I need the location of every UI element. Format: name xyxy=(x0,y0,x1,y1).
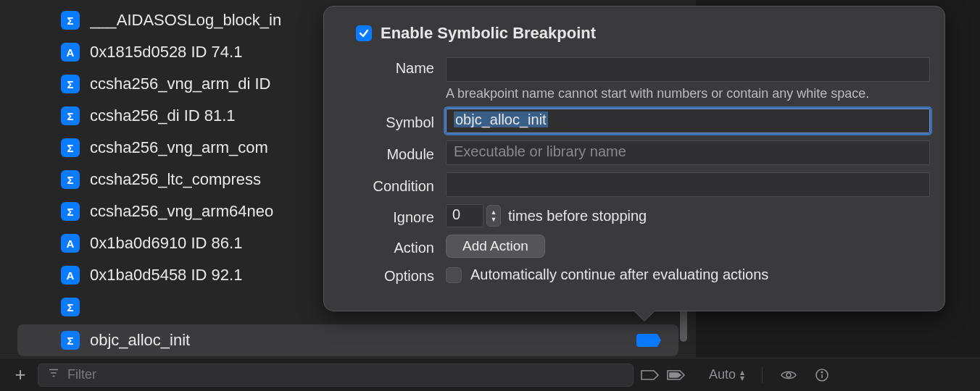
sigma-icon: Σ xyxy=(61,75,80,93)
stepper-arrows[interactable]: ▲▼ xyxy=(486,205,501,227)
breakpoint-label: ___AIDASOSLog_block_in xyxy=(90,11,281,30)
ignore-label: Ignore xyxy=(339,206,446,226)
sigma-icon: Σ xyxy=(61,138,80,157)
options-label: Options xyxy=(339,265,446,285)
sigma-icon: Σ xyxy=(61,170,80,189)
svg-point-3 xyxy=(786,373,791,377)
breakpoint-editor-popover: Enable Symbolic Breakpoint Name A breakp… xyxy=(323,6,945,311)
ignore-suffix: times before stopping xyxy=(508,208,647,224)
breakpoint-label: ccsha256_ltc_compress xyxy=(90,170,261,189)
sigma-icon: Σ xyxy=(61,331,80,350)
variables-view-mode-select[interactable]: Auto ▴▾ xyxy=(709,367,744,382)
address-icon: A xyxy=(61,43,80,62)
breakpoint-label: ccsha256_vng_arm64neo xyxy=(90,202,273,221)
symbol-label: Symbol xyxy=(339,112,446,131)
breakpoint-label: objc_alloc_init xyxy=(90,331,190,350)
filter-right-icons xyxy=(641,369,686,381)
quicklook-icon[interactable] xyxy=(780,369,797,381)
svg-point-6 xyxy=(821,371,823,373)
add-breakpoint-button[interactable]: + xyxy=(10,365,30,385)
auto-continue-checkbox[interactable] xyxy=(446,267,462,283)
condition-field[interactable] xyxy=(446,172,930,197)
sigma-icon: Σ xyxy=(61,298,80,316)
name-label: Name xyxy=(339,57,446,77)
breakpoint-label: 0x1ba0d6910 ID 86.1 xyxy=(90,234,242,253)
name-note: A breakpoint name cannot start with numb… xyxy=(446,86,930,101)
enable-breakpoint-label: Enable Symbolic Breakpoint xyxy=(381,24,596,43)
breakpoint-label: 0x1815d0528 ID 74.1 xyxy=(90,43,242,62)
address-icon: A xyxy=(61,266,80,285)
breakpoint-label: ccsha256_di ID 81.1 xyxy=(90,106,236,125)
ignore-count-field[interactable]: 0 xyxy=(446,204,483,227)
enable-breakpoint-checkbox[interactable] xyxy=(356,25,372,41)
enabled-breakpoints-badge-icon[interactable] xyxy=(667,369,686,381)
sigma-icon: Σ xyxy=(61,11,80,30)
module-label: Module xyxy=(339,143,446,163)
address-icon: A xyxy=(61,234,80,253)
module-field[interactable]: Executable or library name xyxy=(446,140,930,165)
condition-label: Condition xyxy=(339,175,446,195)
filter-bar: + xyxy=(0,358,696,391)
enabled-breakpoints-icon[interactable] xyxy=(641,369,660,381)
add-action-button[interactable]: Add Action xyxy=(446,235,545,258)
updown-icon: ▴▾ xyxy=(740,369,744,381)
variables-view-mode-label: Auto xyxy=(709,367,736,382)
sigma-icon: Σ xyxy=(61,106,80,125)
filter-input[interactable] xyxy=(67,367,624,382)
divider xyxy=(762,367,763,383)
auto-continue-label: Automatically continue after evaluating … xyxy=(470,266,768,283)
name-field[interactable] xyxy=(446,57,930,82)
filter-icon xyxy=(47,366,60,383)
breakpoint-label: 0x1ba0d5458 ID 92.1 xyxy=(90,266,242,285)
breakpoint-label: ccsha256_vng_arm_di ID xyxy=(90,75,270,93)
breakpoint-label: ccsha256_vng_arm_com xyxy=(90,138,268,157)
symbol-field[interactable]: objc_alloc_init xyxy=(446,109,930,133)
action-label: Action xyxy=(339,237,446,256)
sigma-icon: Σ xyxy=(61,202,80,221)
info-icon[interactable] xyxy=(815,368,829,382)
ignore-stepper[interactable]: 0 ▲▼ xyxy=(446,204,501,227)
filter-field[interactable] xyxy=(38,363,634,387)
debug-bar: Auto ▴▾ xyxy=(696,358,980,391)
popover-header: Enable Symbolic Breakpoint xyxy=(339,24,930,43)
breakpoint-row-selected[interactable]: Σ objc_alloc_init xyxy=(17,324,678,356)
